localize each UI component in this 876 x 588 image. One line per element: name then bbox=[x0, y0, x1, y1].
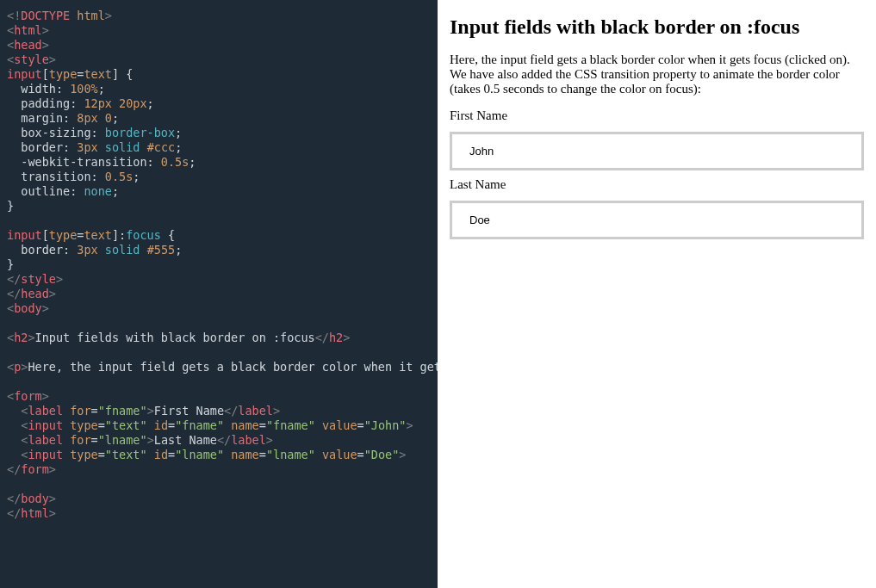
code-editor-pane[interactable]: <!DOCTYPE html> <html> <head> <style> in… bbox=[0, 0, 438, 588]
preview-description: Here, the input field gets a black borde… bbox=[450, 53, 864, 96]
first-name-input[interactable] bbox=[450, 132, 864, 170]
preview-pane: Input fields with black border on :focus… bbox=[438, 0, 876, 588]
last-name-label: Last Name bbox=[450, 177, 864, 192]
first-name-label: First Name bbox=[450, 108, 864, 123]
demo-form: First Name Last Name bbox=[450, 108, 864, 246]
last-name-input[interactable] bbox=[450, 201, 864, 239]
preview-heading: Input fields with black border on :focus bbox=[450, 15, 864, 39]
